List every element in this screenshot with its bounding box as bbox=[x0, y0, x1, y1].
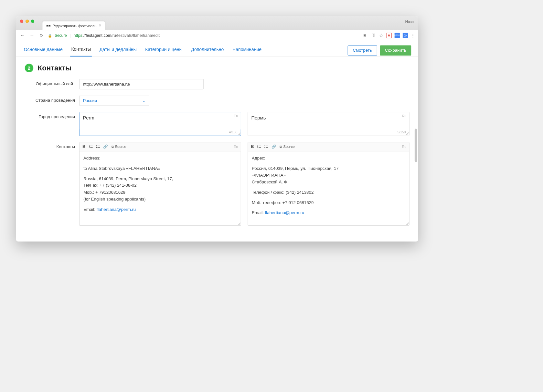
city-en-counter: 4/150 bbox=[229, 130, 238, 134]
tab-categories[interactable]: Категории и цены bbox=[144, 45, 183, 56]
translate-icon[interactable]: Gx bbox=[403, 33, 408, 38]
page-content: Основные данные Контакты Даты и дедлайны… bbox=[16, 41, 418, 242]
email-link[interactable]: flahertiana@perm.ru bbox=[97, 207, 136, 212]
form-body: 2 Контакты Официальный сайт Страна прове… bbox=[16, 57, 418, 241]
lang-badge-ru: Ru bbox=[402, 145, 406, 149]
svg-text:2: 2 bbox=[89, 147, 90, 148]
browser-window: Редактировать фестиваль × Иван ← → ⟳ 🔒 S… bbox=[16, 16, 418, 242]
svg-rect-5 bbox=[98, 146, 100, 146]
close-window-button[interactable] bbox=[20, 19, 23, 23]
maximize-window-button[interactable] bbox=[31, 19, 34, 23]
source-icon: ⧉ bbox=[112, 145, 114, 149]
row-contacts: Контакты B 12 🔗 ⧉ Source En Addr bbox=[25, 142, 410, 226]
url-field[interactable]: https://festagent.com/ru/festivals/flahe… bbox=[73, 33, 359, 38]
label-city: Город проведения bbox=[25, 112, 75, 119]
svg-text:2: 2 bbox=[257, 147, 258, 148]
source-button[interactable]: ⧉ Source bbox=[280, 145, 294, 149]
email-link[interactable]: flahertiana@perm.ru bbox=[265, 210, 304, 215]
lock-icon: 🔒 bbox=[48, 34, 52, 37]
url-protocol: https bbox=[73, 33, 82, 37]
tab-additional[interactable]: Дополнительно bbox=[190, 45, 225, 56]
adblock-icon[interactable]: ⛨ bbox=[363, 33, 368, 38]
text-line: Address: bbox=[83, 155, 237, 161]
city-en-wrap: En 4/150 bbox=[79, 112, 241, 136]
resize-handle[interactable] bbox=[406, 222, 409, 225]
view-button[interactable]: Смотреть bbox=[348, 45, 377, 56]
gmail-icon[interactable]: M bbox=[387, 33, 392, 38]
svg-rect-7 bbox=[98, 147, 100, 148]
divider: | bbox=[70, 33, 71, 37]
ordered-list-button[interactable]: 12 bbox=[89, 145, 93, 148]
country-select[interactable]: Россия ⌄ bbox=[79, 96, 149, 106]
svg-point-6 bbox=[96, 147, 97, 148]
address-bar: ← → ⟳ 🔒 Secure | https://festagent.com/r… bbox=[16, 30, 418, 41]
svg-rect-13 bbox=[266, 146, 268, 146]
svg-point-12 bbox=[264, 145, 265, 146]
browser-tab[interactable]: Редактировать фестиваль × bbox=[42, 21, 105, 30]
city-en-input[interactable] bbox=[80, 112, 241, 129]
site-input[interactable] bbox=[79, 79, 204, 89]
source-icon: ⧉ bbox=[280, 145, 282, 149]
profile-name[interactable]: Иван bbox=[405, 19, 414, 24]
rte-toolbar: B 12 🔗 ⧉ Source bbox=[80, 142, 241, 151]
save-button[interactable]: Сохранить bbox=[380, 45, 411, 56]
kebab-menu-icon[interactable]: ⋮ bbox=[411, 33, 415, 38]
city-ru-wrap: Ru 5/150 bbox=[248, 112, 409, 136]
rte-toolbar: B 12 🔗 ⧉ Source bbox=[248, 142, 409, 151]
window-titlebar: Редактировать фестиваль × Иван bbox=[16, 16, 418, 30]
chevron-down-icon: ⌄ bbox=[143, 99, 145, 103]
svg-rect-1 bbox=[90, 146, 92, 146]
svg-point-4 bbox=[96, 145, 97, 146]
reload-button[interactable]: ⟳ bbox=[38, 33, 45, 38]
secure-label: Secure bbox=[55, 33, 67, 37]
svg-point-14 bbox=[264, 147, 265, 148]
bold-button[interactable]: B bbox=[251, 144, 254, 150]
text-block: Россия, 614039, Пермь, ул. Пионерская, 1… bbox=[252, 165, 405, 186]
minimize-window-button[interactable] bbox=[26, 19, 29, 23]
key-icon[interactable]: ⚿ bbox=[371, 33, 376, 38]
unordered-list-button[interactable] bbox=[96, 145, 100, 148]
bookmark-star-icon[interactable]: ☆ bbox=[379, 32, 384, 38]
forward-button: → bbox=[28, 33, 35, 38]
link-button[interactable]: 🔗 bbox=[103, 144, 108, 149]
resize-handle[interactable] bbox=[406, 132, 409, 135]
row-country: Страна проведения Россия ⌄ bbox=[25, 96, 410, 106]
close-tab-icon[interactable]: × bbox=[99, 24, 101, 28]
source-button[interactable]: ⧉ Source bbox=[112, 145, 126, 149]
tab-contacts[interactable]: Контакты bbox=[70, 44, 92, 57]
url-path: /ru/festivals/flahertiana/edit bbox=[111, 33, 160, 37]
contacts-ru-body[interactable]: Адрес: Россия, 614039, Пермь, ул. Пионер… bbox=[248, 151, 409, 225]
svg-rect-9 bbox=[259, 146, 261, 146]
url-host: ://festagent.com bbox=[82, 33, 112, 37]
contacts-en-editor: B 12 🔗 ⧉ Source En Address: to Alina Sta… bbox=[79, 142, 241, 226]
city-ru-counter: 5/150 bbox=[398, 130, 406, 134]
lang-badge-ru: Ru bbox=[402, 114, 406, 118]
label-contacts: Контакты bbox=[25, 142, 75, 150]
city-ru-input[interactable] bbox=[248, 112, 409, 129]
unordered-list-button[interactable] bbox=[264, 145, 268, 148]
section-header: 2 Контакты bbox=[25, 64, 410, 72]
mail-badge[interactable]: 3287 bbox=[395, 33, 400, 38]
link-button[interactable]: 🔗 bbox=[272, 144, 276, 149]
tab-basic[interactable]: Основные данные bbox=[23, 45, 64, 56]
scrollbar-thumb[interactable] bbox=[415, 129, 417, 162]
contacts-ru-editor: B 12 🔗 ⧉ Source Ru Адрес: Россия, 614039… bbox=[248, 142, 409, 226]
site-favicon bbox=[46, 25, 50, 27]
tab-reminder[interactable]: Напоминание bbox=[231, 45, 262, 56]
label-country: Страна проведения bbox=[25, 96, 75, 103]
contacts-en-body[interactable]: Address: to Alina Stabrovskaya «FLAHERTI… bbox=[80, 151, 241, 222]
ordered-list-button[interactable]: 12 bbox=[257, 145, 261, 148]
lang-badge-en: En bbox=[234, 114, 238, 118]
text-block: Russia, 614039, Perm, Pionerskaya Street… bbox=[83, 175, 237, 203]
window-controls bbox=[20, 19, 34, 23]
browser-tab-title: Редактировать фестиваль bbox=[52, 24, 96, 28]
resize-handle[interactable] bbox=[238, 132, 240, 135]
resize-handle[interactable] bbox=[238, 222, 240, 225]
back-button[interactable]: ← bbox=[19, 33, 26, 38]
text-line: Моб. телефон: +7 912 0681629 bbox=[252, 199, 405, 206]
tab-dates[interactable]: Даты и дедлайны bbox=[99, 45, 138, 56]
extension-icons: ⛨ ⚿ ☆ M 3287 Gx ⋮ bbox=[363, 32, 415, 38]
bold-button[interactable]: B bbox=[82, 144, 86, 150]
label-site: Официальный сайт bbox=[25, 79, 75, 87]
text-line: Email: flahertiana@perm.ru bbox=[252, 209, 405, 216]
